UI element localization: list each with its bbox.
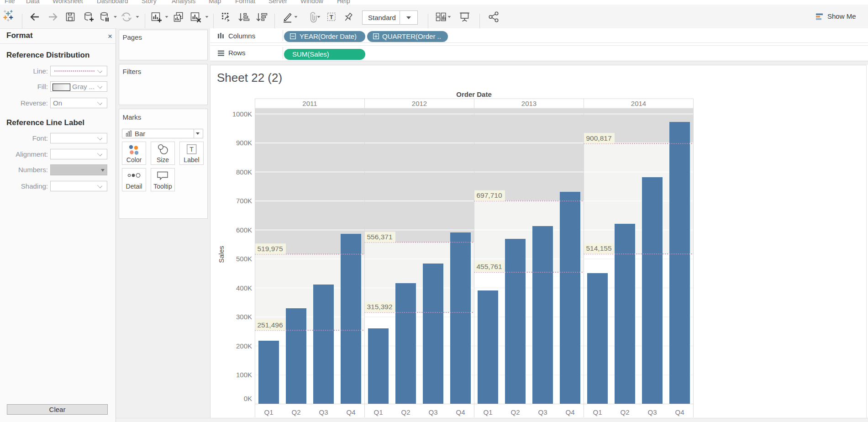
svg-text:T: T [189,146,194,153]
